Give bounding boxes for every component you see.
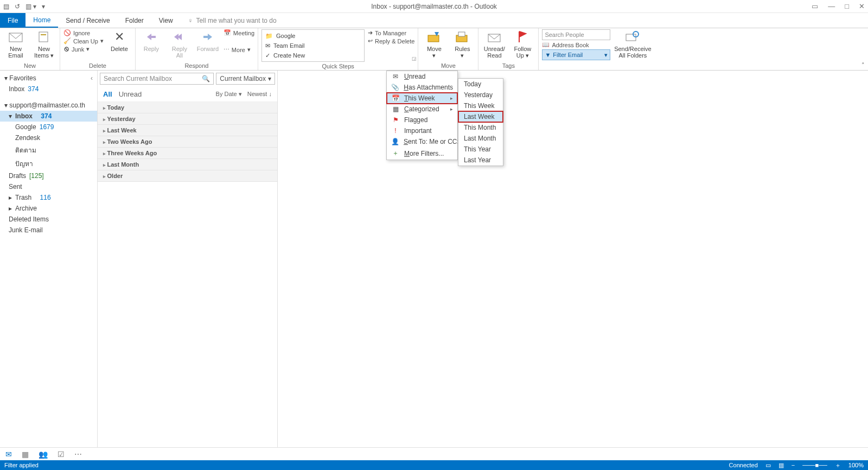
filter-more-item[interactable]: ＋More Filters... — [387, 147, 457, 160]
filter-important-item[interactable]: !Important — [387, 125, 457, 136]
flag-icon: ⚑ — [391, 116, 400, 124]
favorites-header[interactable]: ▾ Favorites‹ — [0, 73, 97, 84]
group-today[interactable]: Today — [98, 102, 277, 113]
quick-steps-launcher-icon[interactable]: ◲ — [412, 56, 417, 61]
submenu-this-month[interactable]: This Month — [458, 122, 503, 133]
nav-trash[interactable]: ▸ Trash 116 — [0, 192, 97, 203]
tab-folder[interactable]: Folder — [118, 13, 151, 28]
collapse-favorites-icon[interactable]: ‹ — [91, 74, 93, 82]
nav-folder-2[interactable]: ปัญหา — [0, 157, 97, 170]
svg-rect-9 — [626, 34, 636, 41]
follow-up-button[interactable]: Follow Up ▾ — [510, 29, 535, 59]
filter-categorized-item[interactable]: ▦Categorized — [387, 104, 457, 115]
quick-step-to-manager[interactable]: ➜To Manager — [368, 29, 414, 36]
more-respond-button[interactable]: ⋯More ▾ — [224, 46, 254, 53]
sort-newest[interactable]: Newest ↓ — [247, 91, 272, 98]
reply-all-button[interactable]: Reply All — [167, 29, 192, 59]
group-last-week[interactable]: Last Week — [98, 125, 277, 136]
group-two-weeks[interactable]: Two Weeks Ago — [98, 136, 277, 148]
quick-step-google[interactable]: 📁Google — [265, 33, 361, 40]
filter-has-attachments-item[interactable]: 📎Has Attachments — [387, 82, 457, 93]
tab-home[interactable]: Home — [25, 13, 58, 28]
junk-button[interactable]: 🛇Junk ▾ — [63, 46, 104, 53]
quick-steps-gallery[interactable]: 📁Google ✉Team Email ✓Create New — [261, 29, 365, 62]
search-mailbox-input[interactable]: Search Current Mailbox 🔍 — [100, 73, 214, 85]
search-people-input[interactable]: Search People — [542, 29, 610, 40]
submenu-last-week[interactable]: Last Week — [458, 111, 503, 122]
quick-step-reply-delete[interactable]: ↩Reply & Delete — [368, 37, 414, 45]
meeting-button[interactable]: 📅Meeting — [224, 29, 254, 36]
nav-people-icon[interactable]: 👥 — [39, 450, 48, 459]
move-button[interactable]: Move▾ — [422, 29, 446, 59]
filter-flagged-item[interactable]: ⚑Flagged — [387, 115, 457, 125]
nav-folder-1[interactable]: ติดตาม — [0, 143, 97, 157]
delete-button[interactable]: ✕ Delete — [107, 29, 132, 52]
address-book-button[interactable]: 📖Address Book — [542, 41, 610, 48]
group-three-weeks[interactable]: Three Weeks Ago — [98, 148, 277, 159]
submenu-yesterday[interactable]: Yesterday — [458, 90, 503, 100]
filter-this-week-item[interactable]: 📅This Week — [387, 93, 457, 104]
qat-overflow-icon[interactable]: ▾ — [42, 3, 45, 10]
ribbon-options-icon[interactable]: ▭ — [812, 2, 818, 10]
filter-unread[interactable]: Unread — [119, 90, 142, 98]
ignore-button[interactable]: 🚫Ignore — [63, 29, 104, 36]
filter-unread-item[interactable]: ✉Unread — [387, 71, 457, 82]
collapse-ribbon-icon[interactable]: ˄ — [861, 62, 865, 69]
nav-mail-icon[interactable]: ✉ — [5, 450, 12, 459]
tab-file[interactable]: File — [0, 13, 25, 28]
submenu-last-year[interactable]: Last Year — [458, 155, 503, 166]
search-icon[interactable]: 🔍 — [202, 75, 210, 82]
tab-send-receive[interactable]: Send / Receive — [58, 13, 117, 28]
minimize-icon[interactable]: — — [828, 2, 835, 10]
group-last-month[interactable]: Last Month — [98, 159, 277, 170]
qat-icon-2[interactable]: ▥ ▾ — [25, 3, 36, 10]
tell-me-search[interactable]: ♀ Tell me what you want to do — [188, 13, 277, 28]
new-email-button[interactable]: New Email — [3, 29, 28, 59]
ignore-icon: 🚫 — [63, 29, 71, 36]
nav-junk[interactable]: Junk E-mail — [0, 225, 97, 236]
submenu-last-month[interactable]: Last Month — [458, 133, 503, 144]
group-yesterday[interactable]: Yesterday — [98, 113, 277, 125]
cleanup-button[interactable]: 🧹Clean Up ▾ — [63, 37, 104, 45]
nav-google[interactable]: Google1679 — [0, 122, 97, 132]
reply-button[interactable]: Reply — [139, 29, 164, 52]
view-reading-icon[interactable]: ▥ — [778, 462, 784, 469]
nav-sent[interactable]: Sent — [0, 181, 97, 192]
account-header[interactable]: ▾ support@mailmaster.co.th — [0, 100, 97, 111]
nav-more-icon[interactable]: ⋯ — [74, 450, 82, 459]
submenu-today[interactable]: Today — [458, 79, 503, 90]
undo-icon[interactable]: ↺ — [15, 3, 20, 10]
tab-view[interactable]: View — [151, 13, 181, 28]
zoom-slider[interactable]: ───■── — [802, 462, 827, 468]
lightbulb-icon: ♀ — [188, 17, 193, 24]
view-normal-icon[interactable]: ▭ — [765, 462, 771, 469]
zoom-in-icon[interactable]: ＋ — [835, 461, 841, 469]
new-items-button[interactable]: New Items ▾ — [31, 29, 56, 59]
quick-step-create-new[interactable]: ✓Create New — [265, 52, 361, 59]
search-scope-dropdown[interactable]: Current Mailbox▾ — [216, 73, 275, 85]
unread-read-button[interactable]: Unread/ Read — [482, 29, 507, 59]
group-older[interactable]: Older — [98, 170, 277, 182]
filter-sent-to-item[interactable]: 👤Sent To: Me or CC: Me — [387, 136, 457, 147]
close-icon[interactable]: ✕ — [859, 2, 865, 10]
sort-by-date[interactable]: By Date ▾ — [216, 91, 242, 98]
nav-calendar-icon[interactable]: ▦ — [22, 450, 29, 459]
submenu-this-week[interactable]: This Week — [458, 100, 503, 111]
nav-tasks-icon[interactable]: ☑ — [58, 450, 65, 459]
nav-deleted[interactable]: Deleted Items — [0, 214, 97, 225]
nav-fav-inbox[interactable]: Inbox374 — [0, 84, 97, 94]
nav-zendesk[interactable]: Zendesk — [0, 132, 97, 143]
nav-drafts[interactable]: Drafts[125] — [0, 170, 97, 181]
nav-archive[interactable]: ▸ Archive — [0, 203, 97, 214]
filter-all[interactable]: All — [103, 90, 112, 98]
maximize-icon[interactable]: □ — [845, 2, 849, 10]
filter-email-button[interactable]: ▼Filter Email▾ — [542, 49, 610, 60]
submenu-this-year[interactable]: This Year — [458, 144, 503, 155]
zoom-out-icon[interactable]: − — [792, 462, 795, 468]
send-receive-all-button[interactable]: Send/Receive All Folders — [614, 29, 652, 59]
rules-button[interactable]: Rules▾ — [450, 29, 475, 59]
forward-button[interactable]: Forward — [195, 29, 220, 52]
quick-step-team-email[interactable]: ✉Team Email — [265, 42, 361, 49]
nav-inbox[interactable]: ▾ Inbox 374 — [0, 111, 97, 122]
qat-icon-1[interactable]: ▤ — [3, 3, 9, 10]
